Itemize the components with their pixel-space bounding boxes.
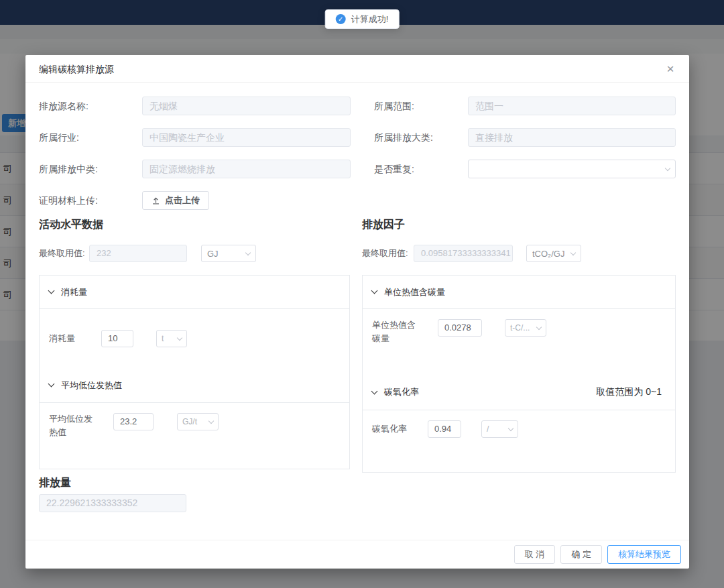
upload-label: 证明材料上传: — [39, 191, 98, 210]
emission-result-input: 22.229621333333352 — [39, 494, 186, 512]
oxidation-field-label: 碳氧化率 — [372, 422, 407, 436]
oxidation-unit-value: / — [487, 424, 489, 434]
duplicate-label: 是否重复: — [374, 160, 414, 178]
oxidation-unit-select[interactable]: / — [481, 420, 518, 438]
upload-icon — [152, 196, 160, 205]
edit-emission-source-dialog: 编辑碳核算排放源 × 排放源名称: 无烟煤 所属范围: 范围一 所属行业: 中国… — [25, 55, 689, 569]
activity-unit-value: GJ — [207, 249, 219, 259]
chevron-down-icon — [208, 418, 214, 423]
carbon-content-field-label: 单位热值含碳量 — [372, 318, 420, 345]
calorific-panel: 平均低位发热值 平均低位发热值 23.2 GJ/t — [40, 368, 349, 468]
oxidation-panel: 碳氧化率 取值范围为 0~1 碳氧化率 0.94 / — [363, 375, 675, 471]
chevron-down-icon — [536, 324, 542, 329]
oxidation-range-note: 取值范围为 0~1 — [596, 386, 666, 398]
activity-final-input: 232 — [89, 245, 187, 262]
chevron-down-icon — [508, 425, 514, 430]
source-name-label: 排放源名称: — [39, 97, 88, 115]
carbon-content-unit-value: t-C/... — [510, 323, 530, 333]
chevron-down-icon — [371, 388, 378, 394]
activity-unit-select[interactable]: GJ — [201, 245, 256, 262]
factor-section-title: 排放因子 — [362, 218, 405, 232]
oxidation-panel-header[interactable]: 碳氧化率 取值范围为 0~1 — [363, 375, 675, 410]
dialog-header: 编辑碳核算排放源 × — [25, 55, 689, 83]
duplicate-select[interactable] — [468, 160, 676, 178]
carbon-content-panel-body: 单位热值含碳量 0.0278 t-C/... — [363, 309, 675, 375]
dialog-footer: 取 消 确 定 核算结果预览 — [25, 540, 689, 569]
carbon-content-input[interactable]: 0.0278 — [438, 319, 482, 337]
success-toast: ✓ 计算成功! — [325, 9, 400, 29]
success-check-icon: ✓ — [336, 14, 346, 24]
activity-final-label: 最终取用值: — [39, 245, 85, 262]
toast-message: 计算成功! — [351, 13, 389, 25]
consumption-panel: 消耗量 消耗量 10 t — [40, 276, 349, 368]
oxidation-input[interactable]: 0.94 — [428, 420, 461, 438]
industry-input: 中国陶瓷生产企业 — [142, 128, 351, 147]
close-icon[interactable]: × — [662, 61, 678, 77]
carbon-content-panel-header[interactable]: 单位热值含碳量 — [363, 276, 675, 309]
factor-collapse: 单位热值含碳量 单位热值含碳量 0.0278 t-C/... 碳氧化率 取值范围… — [362, 275, 676, 473]
mid-category-input: 固定源燃烧排放 — [142, 160, 351, 178]
chevron-down-icon — [177, 335, 182, 340]
consumption-panel-header[interactable]: 消耗量 — [40, 276, 349, 309]
oxidation-panel-body: 碳氧化率 0.94 / — [363, 410, 675, 471]
upload-button-label: 点击上传 — [165, 194, 200, 207]
cancel-button[interactable]: 取 消 — [514, 545, 556, 564]
activity-section-title: 活动水平数据 — [39, 218, 103, 232]
calorific-field-label: 平均低位发热值 — [49, 412, 97, 439]
factor-unit-value: tCO₂/GJ — [532, 249, 564, 259]
major-category-label: 所属排放大类: — [374, 128, 433, 147]
upload-button[interactable]: 点击上传 — [142, 191, 209, 210]
chevron-down-icon — [245, 249, 251, 255]
consumption-field-label: 消耗量 — [49, 332, 75, 345]
factor-unit-select[interactable]: tCO₂/GJ — [526, 245, 581, 262]
chevron-down-icon — [665, 165, 670, 170]
confirm-button[interactable]: 确 定 — [560, 545, 602, 564]
industry-label: 所属行业: — [39, 128, 79, 147]
carbon-content-unit-select[interactable]: t-C/... — [505, 319, 546, 337]
chevron-down-icon — [48, 381, 55, 388]
chevron-down-icon — [570, 249, 576, 255]
panel-title: 碳氧化率 — [384, 386, 419, 398]
preview-result-button[interactable]: 核算结果预览 — [607, 545, 681, 564]
calorific-panel-header[interactable]: 平均低位发热值 — [40, 368, 349, 403]
mid-category-label: 所属排放中类: — [39, 160, 98, 178]
consumption-unit-value: t — [162, 334, 164, 343]
consumption-unit-select[interactable]: t — [156, 330, 187, 347]
panel-title: 消耗量 — [61, 286, 87, 298]
activity-collapse: 消耗量 消耗量 10 t 平均低位发热值 平均低位发热值 23.2 GJ/t — [39, 275, 350, 469]
source-name-input: 无烟煤 — [142, 97, 351, 115]
factor-final-input: 0.09581733333333341 — [414, 245, 513, 262]
panel-title: 平均低位发热值 — [61, 379, 122, 392]
consumption-input[interactable]: 10 — [101, 330, 133, 347]
calorific-unit-select[interactable]: GJ/t — [177, 413, 219, 430]
major-category-input: 直接排放 — [468, 128, 676, 147]
scope-label: 所属范围: — [374, 97, 414, 115]
factor-final-label: 最终取用值: — [362, 245, 408, 262]
calorific-panel-body: 平均低位发热值 23.2 GJ/t — [40, 403, 349, 468]
scope-input: 范围一 — [468, 97, 676, 115]
dialog-title: 编辑碳核算排放源 — [39, 55, 114, 83]
calorific-unit-value: GJ/t — [182, 417, 197, 426]
emission-section-title: 排放量 — [39, 476, 71, 490]
chevron-down-icon — [371, 288, 378, 294]
consumption-panel-body: 消耗量 10 t — [40, 309, 349, 368]
panel-title: 单位热值含碳量 — [384, 286, 445, 298]
carbon-content-panel: 单位热值含碳量 单位热值含碳量 0.0278 t-C/... — [363, 276, 675, 375]
chevron-down-icon — [48, 288, 55, 294]
calorific-input[interactable]: 23.2 — [113, 413, 154, 430]
